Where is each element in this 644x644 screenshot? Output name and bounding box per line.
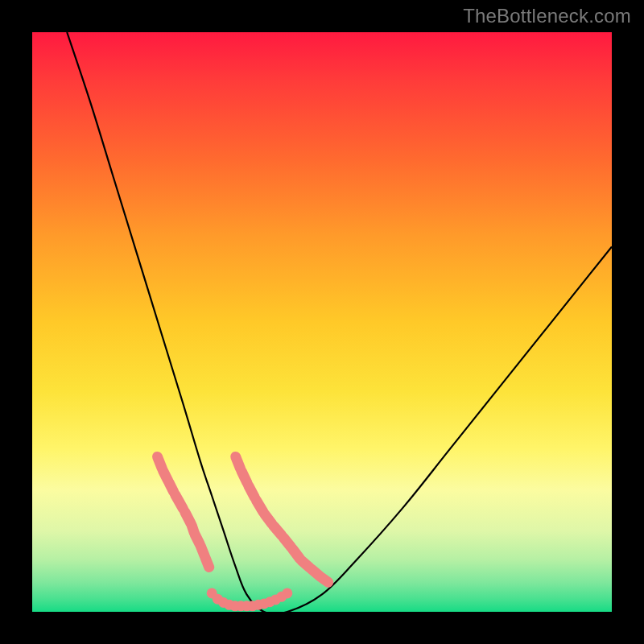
left-highlight-group — [158, 456, 209, 567]
highlight-dash — [322, 578, 328, 583]
highlight-dash — [205, 558, 209, 568]
bottleneck-curve — [67, 32, 612, 612]
right-highlight-group — [236, 456, 328, 582]
valley-dot — [282, 588, 292, 598]
main-curve-group — [67, 32, 612, 612]
chart-frame: TheBottleneck.com — [0, 0, 644, 644]
highlight-dash — [175, 495, 184, 509]
plot-area — [32, 32, 612, 612]
chart-svg — [32, 32, 612, 612]
attribution-watermark: TheBottleneck.com — [463, 5, 631, 27]
highlight-dash — [249, 485, 254, 497]
